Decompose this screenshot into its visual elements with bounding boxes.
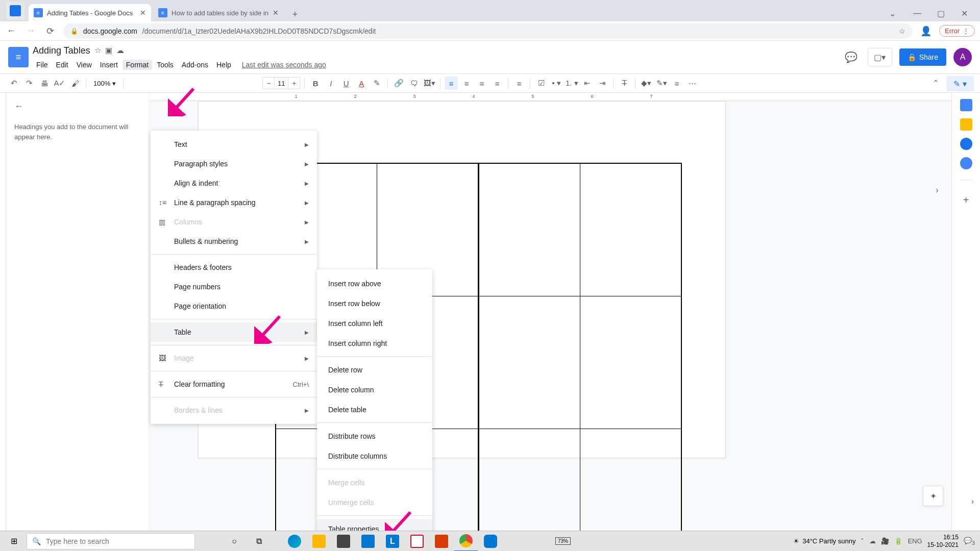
show-side-panel-button[interactable]: ›	[971, 497, 974, 506]
image-button[interactable]: 🖼▾	[423, 77, 436, 90]
highlight-button[interactable]: ✎	[370, 77, 383, 90]
collapse-toolbar-button[interactable]: ⌃	[929, 77, 942, 90]
start-button[interactable]: ⊞	[2, 531, 26, 552]
present-button[interactable]: ▢▾	[868, 48, 892, 66]
clock[interactable]: 16:15 15-10-2021	[927, 534, 959, 548]
app-l-icon[interactable]: L	[381, 531, 404, 552]
bullet-list-button[interactable]: • ▾	[550, 77, 563, 90]
format-menu-item[interactable]: Page orientation	[151, 296, 317, 316]
cortana-icon[interactable]: ○	[223, 531, 246, 552]
maximize-window-button[interactable]: ▢	[929, 5, 952, 21]
format-menu-item[interactable]: Table▶	[151, 322, 317, 342]
chrome-icon[interactable]	[454, 531, 478, 552]
back-button[interactable]: ←	[5, 26, 17, 36]
camera-icon[interactable]	[479, 531, 502, 552]
menu-view[interactable]: View	[73, 60, 95, 70]
addons-button[interactable]: +	[963, 194, 969, 206]
user-avatar[interactable]: A	[953, 48, 972, 66]
mcafee-icon[interactable]	[405, 531, 429, 552]
document-name[interactable]: Adding Tables	[33, 45, 90, 56]
format-menu-item[interactable]: Align & indent▶	[151, 173, 317, 193]
url-input[interactable]: 🔒 docs.google.com/document/d/1a_Izter02U…	[63, 23, 913, 39]
bookmark-icon[interactable]: ☆	[899, 27, 905, 35]
mail-icon[interactable]	[356, 531, 380, 552]
error-chip[interactable]: Error⋮	[939, 25, 975, 37]
table-submenu-item[interactable]: Insert column left	[317, 313, 432, 333]
clear-formatting-button[interactable]: T̶	[618, 77, 631, 90]
fill-color-button[interactable]: ◆▾	[640, 77, 653, 90]
decrease-font-button[interactable]: −	[263, 79, 274, 87]
meet-now-icon[interactable]: 🎥	[881, 537, 889, 545]
outline-back-button[interactable]: ←	[14, 101, 23, 112]
align-left-button[interactable]: ≡	[445, 77, 458, 90]
spellcheck-button[interactable]: A✓	[53, 77, 66, 90]
table-submenu-item[interactable]: Delete column	[317, 380, 432, 399]
align-right-button[interactable]: ≡	[475, 77, 488, 90]
format-menu-item[interactable]: Bullets & numbering▶	[151, 232, 317, 251]
numbered-list-button[interactable]: 1. ▾	[565, 77, 578, 90]
link-button[interactable]: 🔗	[392, 77, 405, 90]
inner-table-right[interactable]	[479, 163, 681, 531]
redo-button[interactable]: ↷	[22, 77, 36, 90]
close-tab-icon[interactable]: ✕	[140, 9, 146, 17]
menu-insert[interactable]: Insert	[96, 60, 121, 70]
office-icon[interactable]	[430, 531, 453, 552]
bold-button[interactable]: B	[309, 77, 322, 90]
table-submenu-item[interactable]: Table properties	[317, 519, 432, 531]
checklist-button[interactable]: ☑	[534, 77, 548, 90]
cloud-status-icon[interactable]: ☁	[116, 46, 124, 55]
calendar-icon[interactable]	[960, 99, 972, 111]
line-spacing-button[interactable]: ≡	[512, 77, 526, 90]
comment-button[interactable]: 🗨	[407, 77, 421, 90]
store-icon[interactable]	[332, 531, 355, 552]
increase-indent-button[interactable]: ⇥	[596, 77, 609, 90]
comments-icon[interactable]: 💬	[842, 48, 861, 66]
move-icon[interactable]: ▣	[105, 46, 112, 55]
close-tab-icon[interactable]: ✕	[273, 9, 279, 17]
format-menu-item[interactable]: T̶Clear formattingCtrl+\	[151, 374, 317, 394]
taskbar-search[interactable]: 🔍 Type here to search	[27, 533, 195, 549]
format-menu-item[interactable]: Headers & footers	[151, 258, 317, 277]
text-color-button[interactable]: A	[355, 77, 368, 90]
new-tab-button[interactable]: +	[288, 7, 302, 21]
font-size-control[interactable]: − 11 +	[262, 77, 300, 89]
keep-icon[interactable]	[960, 118, 972, 131]
editing-mode-button[interactable]: ✎ ▾	[946, 76, 974, 91]
format-menu-item[interactable]: Paragraph styles▶	[151, 154, 317, 173]
star-icon[interactable]: ☆	[94, 46, 101, 55]
table-submenu-item[interactable]: Insert row below	[317, 293, 432, 313]
notifications-icon[interactable]: 💬3	[964, 537, 975, 546]
tray-expand-icon[interactable]: ˄	[861, 537, 864, 545]
menu-format[interactable]: Format	[122, 60, 152, 70]
tasks-icon[interactable]	[960, 138, 972, 150]
menu-edit[interactable]: Edit	[53, 60, 72, 70]
close-window-button[interactable]: ✕	[952, 5, 976, 21]
language-indicator[interactable]: ENG	[908, 537, 922, 545]
undo-button[interactable]: ↶	[7, 77, 20, 90]
menu-addons[interactable]: Add-ons	[178, 60, 212, 70]
reload-button[interactable]: ⟳	[44, 26, 56, 37]
border-dash-button[interactable]: ⋯	[685, 77, 699, 90]
border-width-button[interactable]: ≡	[670, 77, 683, 90]
format-menu-item[interactable]: ↕≡Line & paragraph spacing▶	[151, 193, 317, 212]
menu-file[interactable]: File	[33, 60, 52, 70]
underline-button[interactable]: U	[339, 77, 353, 90]
task-view-icon[interactable]: ⧉	[247, 531, 271, 552]
zoom-select[interactable]: 100% ▾	[90, 80, 119, 87]
docs-logo-icon[interactable]: ≡	[8, 47, 29, 67]
menu-tools[interactable]: Tools	[153, 60, 177, 70]
share-button[interactable]: 🔒Share	[899, 48, 946, 66]
tabs-dropdown-icon[interactable]: ⌄	[884, 5, 900, 21]
table-submenu-item[interactable]: Distribute columns	[317, 446, 432, 466]
paint-format-button[interactable]: 🖌	[68, 77, 82, 90]
battery-icon[interactable]: 🔋	[894, 537, 902, 545]
format-menu-item[interactable]: Text▶	[151, 135, 317, 154]
last-edit-link[interactable]: Last edit was seconds ago	[242, 61, 326, 69]
font-size-value[interactable]: 11	[274, 78, 288, 89]
table-submenu-item[interactable]: Distribute rows	[317, 426, 432, 446]
italic-button[interactable]: I	[324, 77, 337, 90]
horizontal-ruler[interactable]: 1 2 3 4 5 6 7	[149, 93, 951, 101]
edge-icon[interactable]	[283, 531, 306, 552]
format-menu-item[interactable]: Page numbers	[151, 277, 317, 296]
table-submenu-item[interactable]: Insert row above	[317, 273, 432, 293]
